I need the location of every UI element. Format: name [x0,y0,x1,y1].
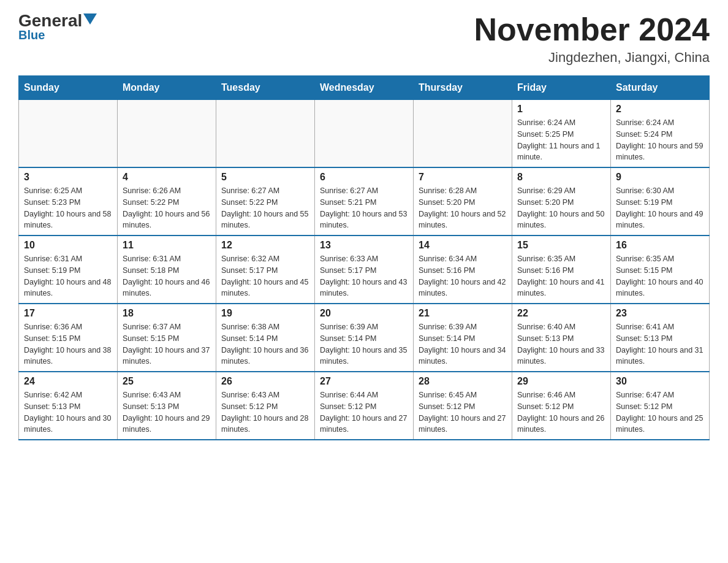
table-row: 3Sunrise: 6:25 AM Sunset: 5:23 PM Daylig… [19,167,118,236]
svg-marker-0 [83,13,97,25]
table-row: 14Sunrise: 6:34 AM Sunset: 5:16 PM Dayli… [414,236,512,304]
day-number: 11 [123,240,211,251]
day-info: Sunrise: 6:37 AM Sunset: 5:15 PM Dayligh… [123,321,211,367]
day-info: Sunrise: 6:44 AM Sunset: 5:12 PM Dayligh… [320,389,408,435]
day-info: Sunrise: 6:39 AM Sunset: 5:14 PM Dayligh… [419,321,507,367]
day-info: Sunrise: 6:41 AM Sunset: 5:13 PM Dayligh… [616,321,704,367]
table-row: 6Sunrise: 6:27 AM Sunset: 5:21 PM Daylig… [315,167,414,236]
table-row: 10Sunrise: 6:31 AM Sunset: 5:19 PM Dayli… [19,236,118,304]
calendar-title: November 2024 [474,12,710,47]
day-info: Sunrise: 6:42 AM Sunset: 5:13 PM Dayligh… [24,389,112,435]
day-number: 28 [419,376,507,387]
day-info: Sunrise: 6:24 AM Sunset: 5:24 PM Dayligh… [616,117,704,163]
col-monday: Monday [118,76,216,100]
day-number: 7 [419,172,507,183]
col-sunday: Sunday [19,76,118,100]
table-row: 23Sunrise: 6:41 AM Sunset: 5:13 PM Dayli… [611,304,710,372]
table-row: 28Sunrise: 6:45 AM Sunset: 5:12 PM Dayli… [414,372,512,440]
day-number: 12 [221,240,309,251]
logo-triangle-icon [83,13,97,25]
table-row: 16Sunrise: 6:35 AM Sunset: 5:15 PM Dayli… [611,236,710,304]
col-wednesday: Wednesday [315,76,414,100]
day-info: Sunrise: 6:45 AM Sunset: 5:12 PM Dayligh… [419,389,507,435]
logo: General Blue [18,12,97,42]
day-info: Sunrise: 6:36 AM Sunset: 5:15 PM Dayligh… [24,321,112,367]
col-tuesday: Tuesday [216,76,315,100]
day-number: 4 [123,172,211,183]
table-row: 29Sunrise: 6:46 AM Sunset: 5:12 PM Dayli… [512,372,611,440]
day-info: Sunrise: 6:35 AM Sunset: 5:16 PM Dayligh… [517,253,605,299]
day-info: Sunrise: 6:35 AM Sunset: 5:15 PM Dayligh… [616,253,704,299]
table-row: 24Sunrise: 6:42 AM Sunset: 5:13 PM Dayli… [19,372,118,440]
col-thursday: Thursday [414,76,512,100]
table-row: 5Sunrise: 6:27 AM Sunset: 5:22 PM Daylig… [216,167,315,236]
col-saturday: Saturday [611,76,710,100]
table-row: 30Sunrise: 6:47 AM Sunset: 5:12 PM Dayli… [611,372,710,440]
day-number: 23 [616,308,704,319]
table-row: 27Sunrise: 6:44 AM Sunset: 5:12 PM Dayli… [315,372,414,440]
table-row: 13Sunrise: 6:33 AM Sunset: 5:17 PM Dayli… [315,236,414,304]
table-row: 25Sunrise: 6:43 AM Sunset: 5:13 PM Dayli… [118,372,216,440]
day-number: 14 [419,240,507,251]
day-number: 18 [123,308,211,319]
day-number: 25 [123,376,211,387]
table-row: 8Sunrise: 6:29 AM Sunset: 5:20 PM Daylig… [512,167,611,236]
logo-general: General [18,12,82,29]
table-row: 17Sunrise: 6:36 AM Sunset: 5:15 PM Dayli… [19,304,118,372]
day-number: 6 [320,172,408,183]
table-row: 12Sunrise: 6:32 AM Sunset: 5:17 PM Dayli… [216,236,315,304]
day-number: 8 [517,172,605,183]
calendar-subtitle: Jingdezhen, Jiangxi, China [474,50,710,66]
table-row: 7Sunrise: 6:28 AM Sunset: 5:20 PM Daylig… [414,167,512,236]
logo-blue: Blue [18,28,45,42]
day-number: 24 [24,376,112,387]
table-row: 15Sunrise: 6:35 AM Sunset: 5:16 PM Dayli… [512,236,611,304]
calendar-week-row: 3Sunrise: 6:25 AM Sunset: 5:23 PM Daylig… [19,167,710,236]
day-number: 16 [616,240,704,251]
calendar-week-row: 24Sunrise: 6:42 AM Sunset: 5:13 PM Dayli… [19,372,710,440]
day-number: 20 [320,308,408,319]
table-row: 11Sunrise: 6:31 AM Sunset: 5:18 PM Dayli… [118,236,216,304]
day-number: 22 [517,308,605,319]
day-number: 2 [616,104,704,115]
day-info: Sunrise: 6:30 AM Sunset: 5:19 PM Dayligh… [616,185,704,231]
table-row: 19Sunrise: 6:38 AM Sunset: 5:14 PM Dayli… [216,304,315,372]
day-number: 21 [419,308,507,319]
table-row [315,100,414,168]
table-row: 2Sunrise: 6:24 AM Sunset: 5:24 PM Daylig… [611,100,710,168]
col-friday: Friday [512,76,611,100]
table-row: 18Sunrise: 6:37 AM Sunset: 5:15 PM Dayli… [118,304,216,372]
day-info: Sunrise: 6:47 AM Sunset: 5:12 PM Dayligh… [616,389,704,435]
day-number: 27 [320,376,408,387]
day-info: Sunrise: 6:33 AM Sunset: 5:17 PM Dayligh… [320,253,408,299]
table-row: 20Sunrise: 6:39 AM Sunset: 5:14 PM Dayli… [315,304,414,372]
title-area: November 2024 Jingdezhen, Jiangxi, China [474,12,710,66]
day-number: 15 [517,240,605,251]
day-info: Sunrise: 6:31 AM Sunset: 5:19 PM Dayligh… [24,253,112,299]
table-row [216,100,315,168]
table-row: 21Sunrise: 6:39 AM Sunset: 5:14 PM Dayli… [414,304,512,372]
day-info: Sunrise: 6:43 AM Sunset: 5:13 PM Dayligh… [123,389,211,435]
day-info: Sunrise: 6:25 AM Sunset: 5:23 PM Dayligh… [24,185,112,231]
day-number: 13 [320,240,408,251]
table-row: 9Sunrise: 6:30 AM Sunset: 5:19 PM Daylig… [611,167,710,236]
table-row [414,100,512,168]
day-info: Sunrise: 6:28 AM Sunset: 5:20 PM Dayligh… [419,185,507,231]
day-info: Sunrise: 6:27 AM Sunset: 5:21 PM Dayligh… [320,185,408,231]
calendar-week-row: 17Sunrise: 6:36 AM Sunset: 5:15 PM Dayli… [19,304,710,372]
table-row: 1Sunrise: 6:24 AM Sunset: 5:25 PM Daylig… [512,100,611,168]
page-header: General Blue November 2024 Jingdezhen, J… [18,12,710,66]
table-row: 26Sunrise: 6:43 AM Sunset: 5:12 PM Dayli… [216,372,315,440]
day-info: Sunrise: 6:46 AM Sunset: 5:12 PM Dayligh… [517,389,605,435]
day-info: Sunrise: 6:32 AM Sunset: 5:17 PM Dayligh… [221,253,309,299]
calendar-header-row: Sunday Monday Tuesday Wednesday Thursday… [19,76,710,100]
day-info: Sunrise: 6:24 AM Sunset: 5:25 PM Dayligh… [517,117,605,163]
table-row: 4Sunrise: 6:26 AM Sunset: 5:22 PM Daylig… [118,167,216,236]
table-row [118,100,216,168]
day-info: Sunrise: 6:31 AM Sunset: 5:18 PM Dayligh… [123,253,211,299]
day-number: 30 [616,376,704,387]
day-number: 10 [24,240,112,251]
day-number: 9 [616,172,704,183]
day-info: Sunrise: 6:43 AM Sunset: 5:12 PM Dayligh… [221,389,309,435]
day-info: Sunrise: 6:27 AM Sunset: 5:22 PM Dayligh… [221,185,309,231]
